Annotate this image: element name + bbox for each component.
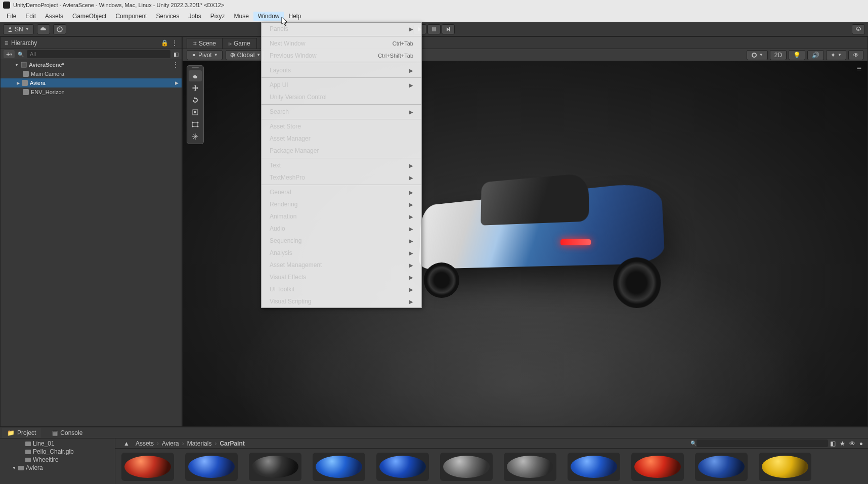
hidden-icon[interactable]: 👁 bbox=[849, 440, 855, 447]
hierarchy-title-icon: ≡ bbox=[5, 39, 8, 47]
menu-item-animation[interactable]: Animation▶ bbox=[262, 210, 421, 223]
project-content: ▲Assets›Aviera›Materials›CarPaint 🔍 ◧ ★ … bbox=[115, 438, 868, 484]
material-thumbnail[interactable] bbox=[121, 453, 174, 481]
menu-component[interactable]: Component bbox=[111, 12, 151, 21]
lighting-toggle[interactable]: 💡 bbox=[789, 50, 805, 60]
draw-mode-button[interactable]: ▼ bbox=[747, 50, 768, 60]
menu-item-next-window[interactable]: Next WindowCtrl+Tab bbox=[262, 37, 421, 50]
menu-item-asset-manager[interactable]: Asset Manager bbox=[262, 133, 421, 145]
tab-project[interactable]: 📁Project bbox=[2, 428, 41, 438]
transform-tool[interactable] bbox=[189, 131, 202, 142]
history-button[interactable] bbox=[53, 24, 66, 34]
project-panel: 📁Project▤Console Line_01Pello_Chair.glbW… bbox=[0, 427, 868, 484]
fx-toggle[interactable]: ✦▼ bbox=[826, 50, 846, 60]
2d-toggle-button[interactable]: 2D bbox=[770, 50, 787, 60]
material-thumbnail[interactable] bbox=[568, 453, 620, 481]
audio-toggle[interactable]: 🔊 bbox=[807, 50, 824, 60]
project-search-input[interactable] bbox=[697, 439, 828, 447]
menu-item-package-manager[interactable]: Package Manager bbox=[262, 145, 421, 157]
material-thumbnail[interactable] bbox=[376, 453, 429, 481]
tab-scene[interactable]: ⌗Scene bbox=[187, 38, 223, 49]
menu-file[interactable]: File bbox=[2, 12, 21, 21]
account-button[interactable]: SN ▼ bbox=[3, 24, 34, 34]
hierarchy-item-env_horizon[interactable]: ENV_Horizon bbox=[1, 87, 182, 97]
menu-muse[interactable]: Muse bbox=[230, 12, 253, 21]
material-thumbnail[interactable] bbox=[759, 453, 811, 481]
menu-pixyz[interactable]: Pixyz bbox=[206, 12, 230, 21]
menu-item-text[interactable]: Text▶ bbox=[262, 159, 421, 171]
material-thumbnail[interactable] bbox=[185, 453, 238, 481]
cloud-button[interactable] bbox=[37, 24, 50, 34]
menu-assets[interactable]: Assets bbox=[40, 12, 68, 21]
menu-window[interactable]: Window bbox=[253, 12, 284, 21]
menu-item-asset-management[interactable]: Asset Management▶ bbox=[262, 259, 421, 271]
menu-item-visual-effects[interactable]: Visual Effects▶ bbox=[262, 271, 421, 283]
breadcrumb-assets[interactable]: Assets bbox=[136, 440, 154, 447]
menu-gameobject[interactable]: GameObject bbox=[68, 12, 111, 21]
menu-item-audio[interactable]: Audio▶ bbox=[262, 223, 421, 235]
folder-aviera[interactable]: ▼Aviera bbox=[0, 464, 115, 472]
tab-console[interactable]: ▤Console bbox=[47, 428, 88, 438]
gizmos-toggle[interactable]: 👁 bbox=[848, 50, 863, 60]
panel-menu-icon[interactable]: ⋮ bbox=[171, 39, 178, 47]
global-button[interactable]: Global▼ bbox=[226, 50, 266, 60]
rect-tool[interactable] bbox=[189, 119, 202, 130]
layers-button[interactable] bbox=[852, 24, 865, 34]
menu-item-panels[interactable]: Panels▶ bbox=[262, 23, 421, 35]
menu-item-rendering[interactable]: Rendering▶ bbox=[262, 198, 421, 210]
material-thumbnail[interactable] bbox=[249, 453, 301, 481]
folder-line_01[interactable]: Line_01 bbox=[0, 439, 115, 448]
hierarchy-filter-icon[interactable]: ◧ bbox=[173, 51, 179, 58]
pause-button[interactable] bbox=[427, 24, 441, 34]
folder-pello_chair-glb[interactable]: Pello_Chair.glb bbox=[0, 448, 115, 456]
svg-rect-11 bbox=[193, 122, 198, 126]
menu-item-visual-scripting[interactable]: Visual Scripting▶ bbox=[262, 295, 421, 307]
breadcrumb-carpaint[interactable]: CarPaint bbox=[220, 440, 244, 447]
scene-root-row[interactable]: ▼ AvieraScene* ⋮ bbox=[1, 60, 182, 69]
viewport-menu-icon[interactable]: ≡ bbox=[857, 64, 861, 73]
lock-icon[interactable]: 🔒 bbox=[161, 39, 168, 47]
breadcrumb[interactable]: ▲Assets›Aviera›Materials›CarPaint bbox=[118, 439, 690, 448]
svg-point-12 bbox=[192, 122, 194, 123]
menu-item-search[interactable]: Search▶ bbox=[262, 106, 421, 118]
menu-item-general[interactable]: General▶ bbox=[262, 186, 421, 198]
menu-item-ui-toolkit[interactable]: UI Toolkit▶ bbox=[262, 283, 421, 295]
scene-menu-icon[interactable]: ⋮ bbox=[172, 61, 179, 68]
slider-icon[interactable]: ● bbox=[859, 440, 863, 447]
step-button[interactable] bbox=[442, 24, 455, 34]
menu-item-asset-store[interactable]: Asset Store bbox=[262, 120, 421, 133]
menu-help[interactable]: Help bbox=[284, 12, 306, 21]
hierarchy-search-input[interactable] bbox=[27, 50, 170, 58]
favorite-icon[interactable]: ★ bbox=[840, 440, 845, 447]
breadcrumb-aviera[interactable]: Aviera bbox=[162, 440, 179, 447]
material-thumbnail[interactable] bbox=[313, 453, 365, 481]
hierarchy-item-main-camera[interactable]: Main Camera bbox=[1, 69, 182, 78]
rotate-tool[interactable] bbox=[189, 95, 202, 106]
add-object-button[interactable]: +▾ bbox=[4, 50, 15, 58]
menu-services[interactable]: Services bbox=[151, 12, 184, 21]
menu-item-previous-window[interactable]: Previous WindowCtrl+Shift+Tab bbox=[262, 50, 421, 62]
breadcrumb-materials[interactable]: Materials bbox=[187, 440, 212, 447]
menu-item-unity-version-control[interactable]: Unity Version Control bbox=[262, 91, 421, 103]
material-thumbnail[interactable] bbox=[631, 453, 684, 481]
pivot-button[interactable]: Pivot▼ bbox=[187, 50, 223, 60]
filter-icon[interactable]: ◧ bbox=[830, 440, 836, 447]
scale-tool[interactable] bbox=[189, 107, 202, 118]
menu-item-sequencing[interactable]: Sequencing▶ bbox=[262, 235, 421, 247]
hierarchy-item-aviera[interactable]: ▶Aviera▶ bbox=[1, 78, 182, 87]
menu-item-textmeshpro[interactable]: TextMeshPro▶ bbox=[262, 171, 421, 184]
up-icon[interactable]: ▲ bbox=[123, 440, 129, 447]
material-thumbnail[interactable] bbox=[695, 453, 748, 481]
menu-jobs[interactable]: Jobs bbox=[184, 12, 205, 21]
material-thumbnail[interactable] bbox=[504, 453, 556, 481]
menu-item-app-ui[interactable]: App UI▶ bbox=[262, 79, 421, 91]
folder-wheeltire[interactable]: Wheeltire bbox=[0, 456, 115, 464]
menu-item-layouts[interactable]: Layouts▶ bbox=[262, 64, 421, 76]
tab-game[interactable]: ▹Game bbox=[222, 38, 257, 49]
grid-icon: ⌗ bbox=[193, 40, 197, 47]
menu-item-analysis[interactable]: Analysis▶ bbox=[262, 247, 421, 259]
hand-tool[interactable] bbox=[189, 70, 202, 81]
menu-edit[interactable]: Edit bbox=[21, 12, 40, 21]
move-tool[interactable] bbox=[189, 82, 202, 94]
material-thumbnail[interactable] bbox=[440, 453, 493, 481]
